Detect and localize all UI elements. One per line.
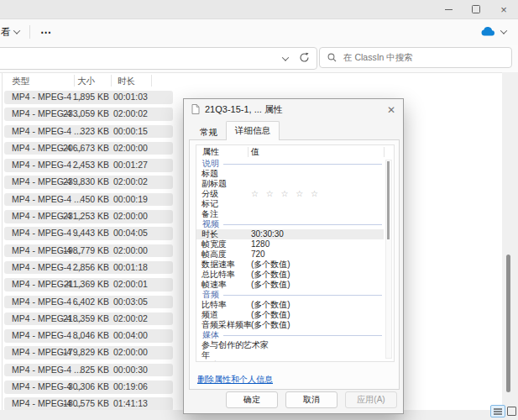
- property-row[interactable]: 帧宽度1280: [196, 239, 384, 249]
- property-label: 数据速率: [201, 260, 235, 270]
- cell-size: 239,830 KB: [50, 176, 109, 189]
- ok-button[interactable]: 确定: [226, 391, 278, 408]
- table-row[interactable]: MP4 - MPEG-4 ...233,059 KB02:00:02: [4, 108, 173, 121]
- thumbnails-view-button[interactable]: [507, 407, 516, 416]
- view-button-label: 看: [1, 25, 11, 39]
- dialog-tabs: 常规 详细信息: [184, 120, 403, 139]
- property-label: 参与创作的艺术家: [201, 340, 269, 350]
- cell-size: 2,453 KB: [50, 159, 109, 172]
- table-row[interactable]: MP4 - MPEG-4 ...211,369 KB02:00:01: [4, 278, 173, 291]
- property-row[interactable]: 标记: [196, 199, 384, 209]
- property-row[interactable]: 备注: [196, 209, 384, 219]
- section-name: 说明: [202, 158, 219, 170]
- cancel-button[interactable]: 取消: [285, 391, 337, 408]
- apply-button[interactable]: 应用(A): [345, 391, 397, 408]
- column-separator[interactable]: [111, 75, 112, 87]
- tab-general[interactable]: 常规: [191, 124, 226, 139]
- section-rule: [223, 295, 382, 296]
- onedrive-chevron-icon[interactable]: [500, 27, 507, 34]
- toolbar: 看 ⋯: [0, 19, 518, 45]
- property-row[interactable]: 数据速率(多个数值): [196, 260, 384, 270]
- details-scrollbar-thumb[interactable]: [387, 161, 390, 239]
- table-row[interactable]: MP4 - MPEG-4 ...1,895 KB00:01:03: [4, 91, 173, 104]
- table-row[interactable]: MP4 - MPEG-4 ...2,453 KB00:01:27: [4, 159, 173, 172]
- close-icon: ×: [500, 4, 507, 15]
- section-header: 音频: [196, 290, 384, 300]
- property-label: 帧速率: [201, 280, 227, 290]
- property-row[interactable]: 总比特率(多个数值): [196, 270, 384, 280]
- property-row[interactable]: 分级☆ ☆ ☆ ☆ ☆: [196, 189, 384, 199]
- details-column-value[interactable]: 值: [251, 145, 259, 159]
- property-label: 副标题: [201, 179, 227, 189]
- column-separator[interactable]: [151, 75, 152, 87]
- document-icon: [191, 102, 200, 118]
- dialog-close-button[interactable]: ✕: [387, 105, 395, 115]
- column-header-type[interactable]: 类型: [12, 76, 29, 87]
- address-bar-icons: [283, 48, 310, 69]
- remove-properties-link[interactable]: 删除属性和个人信息: [197, 374, 273, 386]
- table-row[interactable]: MP4 - MPEG-4 ...825 KB00:00:30: [4, 364, 173, 377]
- table-row[interactable]: MP4 - MPEG-4 ...2,856 KB00:01:18: [4, 261, 173, 275]
- table-row[interactable]: MP4 - MPEG-4 ...231,253 KB02:00:00: [4, 210, 173, 223]
- details-pane: 属性 值 说明标题副标题分级☆ ☆ ☆ ☆ ☆标记备注视频时长30:30:30帧…: [196, 144, 395, 362]
- property-row[interactable]: 唱片集: [196, 360, 384, 362]
- table-row[interactable]: MP4 - MPEG-4 ...179,829 KB02:00:00: [4, 346, 173, 360]
- property-row[interactable]: 时长30:30:30: [196, 229, 384, 239]
- property-row[interactable]: 副标题: [196, 179, 384, 189]
- onedrive-icon[interactable]: [480, 24, 495, 39]
- table-row[interactable]: MP4 - MPEG-4 ...8,046 KB00:04:00: [4, 329, 173, 343]
- column-separator[interactable]: [74, 75, 75, 87]
- details-column-property[interactable]: 属性: [202, 145, 219, 159]
- cell-duration: 00:01:03: [113, 91, 148, 104]
- column-header-duration[interactable]: 时长: [118, 76, 135, 87]
- address-dropdown-icon[interactable]: [282, 54, 289, 60]
- minimize-icon: [445, 9, 453, 10]
- table-row[interactable]: MP4 - MPEG-4 ...198,779 KB02:00:00: [4, 244, 173, 258]
- table-row[interactable]: MP4 - MPEG-4 ...450 KB00:00:19: [4, 193, 173, 207]
- property-value: 1280: [251, 239, 269, 249]
- search-input[interactable]: 在 ClassIn 中搜索: [319, 47, 512, 68]
- table-row[interactable]: MP4 - MPEG-4 ...180,575 KB01:41:13: [4, 397, 173, 411]
- property-row[interactable]: 音频采样频率(多个数值): [196, 320, 384, 330]
- close-button[interactable]: ×: [498, 3, 510, 15]
- property-row[interactable]: 帧速率(多个数值): [196, 280, 384, 290]
- property-label: 总比特率: [201, 270, 235, 280]
- maximize-button[interactable]: [470, 3, 482, 15]
- address-bar[interactable]: [0, 47, 317, 70]
- toolbar-right: [480, 19, 506, 45]
- file-explorer-window: × 看 ⋯: [0, 0, 518, 420]
- section-name: 媒体: [202, 329, 219, 341]
- property-row[interactable]: 年: [196, 350, 384, 360]
- refresh-icon[interactable]: [299, 51, 310, 66]
- tab-details[interactable]: 详细信息: [226, 121, 280, 140]
- vertical-scrollbar[interactable]: [506, 255, 510, 392]
- list-header: 类型 大小 时长: [0, 74, 509, 88]
- cell-duration: 02:00:00: [113, 244, 148, 258]
- table-row[interactable]: MP4 - MPEG-4 ...6,402 KB00:03:05: [4, 296, 173, 309]
- table-row[interactable]: MP4 - MPEG-4 ...218,359 KB02:00:02: [4, 312, 173, 326]
- table-row[interactable]: MP4 - MPEG-4 ...9,443 KB00:04:05: [4, 227, 173, 240]
- details-column-separator: [248, 147, 249, 157]
- view-button[interactable]: 看: [0, 22, 24, 42]
- section-rule: [223, 335, 382, 336]
- cell-size: 198,779 KB: [50, 244, 109, 258]
- details-scrollbar-track[interactable]: [385, 160, 392, 359]
- cell-duration: 01:41:13: [113, 397, 148, 411]
- details-view-button[interactable]: [490, 405, 505, 417]
- property-row[interactable]: 帧高度720: [196, 249, 384, 260]
- table-row[interactable]: MP4 - MPEG-4 ...30,306 KB00:19:06: [4, 381, 173, 394]
- more-options-button[interactable]: ⋯: [35, 26, 57, 39]
- property-row[interactable]: 标题: [196, 169, 384, 179]
- property-row[interactable]: 比特率(多个数值): [196, 300, 384, 310]
- column-header-size[interactable]: 大小: [77, 76, 95, 87]
- table-row[interactable]: MP4 - MPEG-4 ...206,673 KB02:00:00: [4, 142, 173, 155]
- cell-duration: 00:00:30: [113, 364, 148, 377]
- minimize-button[interactable]: [442, 3, 454, 15]
- cell-size: 218,359 KB: [50, 312, 109, 326]
- table-row[interactable]: MP4 - MPEG-4 ...239,830 KB02:00:02: [4, 176, 173, 189]
- table-row[interactable]: MP4 - MPEG-4 ...323 KB00:00:15: [4, 125, 173, 139]
- property-row[interactable]: 频道(多个数值): [196, 310, 384, 320]
- property-row[interactable]: 参与创作的艺术家: [196, 340, 384, 350]
- cell-size: 450 KB: [50, 193, 109, 207]
- cell-size: 323 KB: [50, 125, 109, 139]
